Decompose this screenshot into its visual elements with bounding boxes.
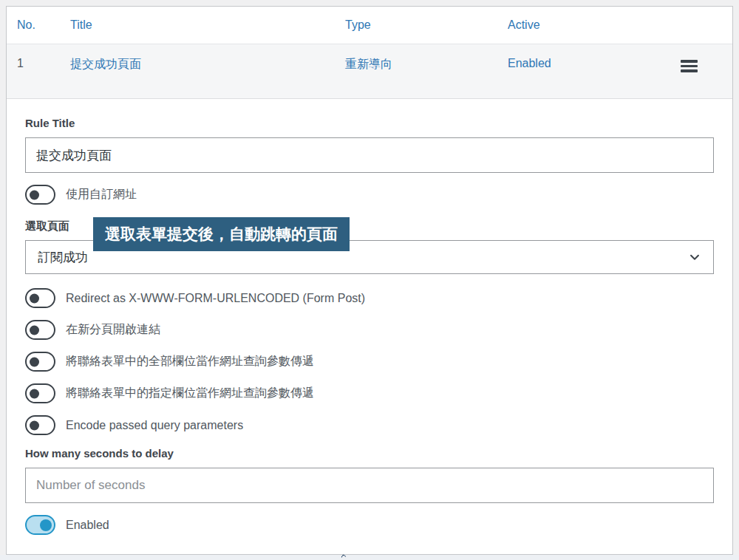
rule-row-number: 1 (7, 57, 70, 70)
enabled-toggle[interactable] (25, 515, 55, 535)
toggle-knob-icon (30, 293, 39, 303)
rule-row-title-link[interactable]: 提交成功頁面 (70, 57, 345, 72)
enabled-toggle-label: Enabled (66, 519, 109, 532)
select-page-selected-value: 訂閱成功 (38, 249, 88, 266)
toggle-knob-icon (30, 357, 39, 366)
form-post-toggle-row: Redirect as X-WWW-FORM-URLENCODED (Form … (25, 288, 714, 308)
toggle-knob-icon (30, 325, 39, 335)
pass-specific-fields-toggle[interactable] (25, 383, 55, 403)
rules-table-header: No. Title Type Active (7, 7, 732, 44)
rule-title-input[interactable] (25, 137, 714, 173)
form-post-toggle-label: Redirect as X-WWW-FORM-URLENCODED (Form … (66, 292, 365, 305)
select-page-group: 選取頁面 選取表單提交後，自動跳轉的頁面 訂閱成功 (25, 219, 714, 274)
custom-url-toggle-row: 使用自訂網址 (25, 185, 714, 205)
chevron-down-icon (688, 250, 701, 264)
rule-row-menu-button[interactable] (679, 58, 699, 74)
delay-seconds-label: How many seconds to delay (25, 447, 714, 460)
rule-title-label: Rule Title (25, 117, 714, 129)
column-header-type: Type (345, 18, 508, 32)
toggle-knob-icon (30, 190, 39, 199)
rules-panel: No. Title Type Active 1 提交成功頁面 重新導向 Enab… (6, 6, 733, 555)
delay-seconds-input[interactable] (25, 468, 714, 503)
pass-specific-fields-toggle-row: 將聯絡表單中的指定欄位當作網址查詢參數傳遞 (25, 383, 714, 403)
column-header-no: No. (7, 18, 70, 32)
new-tab-toggle-row: 在新分頁開啟連結 (25, 320, 714, 340)
select-page-callout: 選取表單提交後，自動跳轉的頁面 (93, 217, 350, 251)
new-tab-toggle-label: 在新分頁開啟連結 (66, 322, 160, 338)
rule-row-active-state: Enabled (508, 57, 679, 70)
custom-url-toggle-label: 使用自訂網址 (66, 187, 137, 202)
column-header-active: Active (508, 18, 679, 32)
rule-row-type: 重新導向 (345, 57, 508, 72)
toggle-knob-icon (30, 389, 39, 398)
page-footer: DR.DEAN (0, 555, 739, 560)
encode-params-toggle-row: Encode passed query parameters (25, 415, 714, 435)
hamburger-menu-icon (681, 60, 698, 72)
toggle-knob-icon (30, 420, 39, 430)
encode-params-toggle-label: Encode passed query parameters (66, 419, 243, 432)
enabled-toggle-row: Enabled (25, 515, 714, 535)
toggle-knob-icon (40, 519, 52, 531)
encode-params-toggle[interactable] (25, 415, 55, 435)
pass-all-fields-toggle-label: 將聯絡表單中的全部欄位當作網址查詢參數傳遞 (66, 354, 314, 369)
pass-all-fields-toggle[interactable] (25, 352, 55, 372)
rule-edit-form: Rule Title 使用自訂網址 選取頁面 選取表單提交後，自動跳轉的頁面 訂… (7, 99, 732, 554)
pass-all-fields-toggle-row: 將聯絡表單中的全部欄位當作網址查詢參數傳遞 (25, 352, 714, 372)
pass-specific-fields-toggle-label: 將聯絡表單中的指定欄位當作網址查詢參數傳遞 (66, 386, 314, 401)
rule-table-row: 1 提交成功頁面 重新導向 Enabled (7, 44, 732, 99)
custom-url-toggle[interactable] (25, 185, 55, 205)
column-header-title: Title (70, 18, 345, 32)
new-tab-toggle[interactable] (25, 320, 55, 340)
form-post-toggle[interactable] (25, 288, 55, 308)
